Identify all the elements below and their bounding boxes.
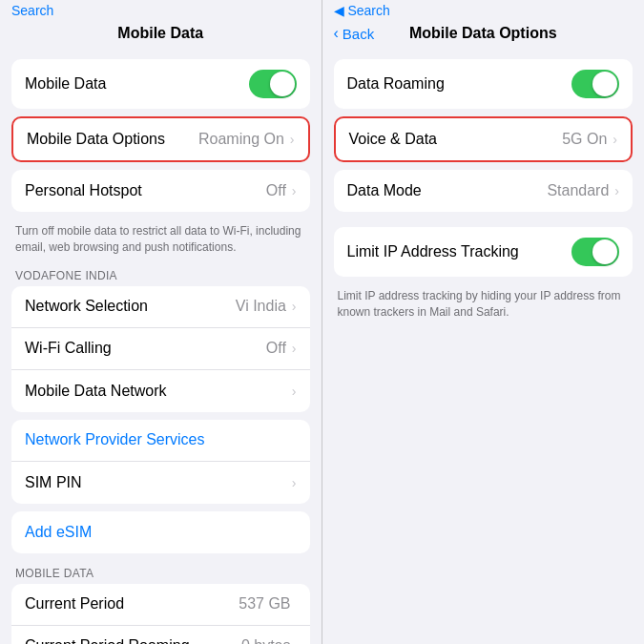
network-selection-row[interactable]: Network Selection Vi India › xyxy=(11,286,310,328)
network-selection-value: Vi India xyxy=(236,298,286,315)
left-status-bar: Search xyxy=(0,0,322,21)
limit-ip-label: Limit IP Address Tracking xyxy=(347,243,572,260)
mobile-data-description: Turn off mobile data to restrict all dat… xyxy=(0,219,322,263)
data-mode-value: Standard xyxy=(547,182,609,199)
data-roaming-label: Data Roaming xyxy=(347,75,572,93)
network-provider-row[interactable]: Network Provider Services xyxy=(11,420,310,462)
data-mode-row[interactable]: Data Mode Standard › xyxy=(334,170,634,212)
current-period-roaming-row: Current Period Roaming 0 bytes xyxy=(11,626,310,644)
mobile-data-network-row[interactable]: Mobile Data Network › xyxy=(11,370,310,412)
wifi-calling-chevron: › xyxy=(292,341,297,356)
voice-data-group: Voice & Data 5G On › xyxy=(334,116,634,162)
left-nav-bar: Mobile Data xyxy=(0,21,322,48)
data-mode-group: Data Mode Standard › xyxy=(334,170,634,212)
right-status-bar: ◀ Search xyxy=(322,0,645,21)
data-roaming-toggle-knob xyxy=(592,72,617,96)
data-roaming-toggle[interactable] xyxy=(571,70,619,98)
limit-ip-description: Limit IP address tracking by hiding your… xyxy=(322,284,645,328)
mobile-data-toggle-knob xyxy=(270,72,295,96)
wifi-calling-value: Off xyxy=(266,340,286,357)
mobile-data-section-header: MOBILE DATA xyxy=(0,561,322,584)
wifi-calling-row[interactable]: Wi-Fi Calling Off › xyxy=(11,328,310,370)
mobile-data-options-group: Mobile Data Options Roaming On › xyxy=(11,116,310,162)
limit-ip-toggle[interactable] xyxy=(571,238,619,266)
limit-ip-group: Limit IP Address Tracking xyxy=(334,227,634,277)
personal-hotspot-row[interactable]: Personal Hotspot Off › xyxy=(11,170,310,212)
mobile-data-options-label: Mobile Data Options xyxy=(27,131,198,148)
mobile-data-options-row[interactable]: Mobile Data Options Roaming On › xyxy=(13,118,308,160)
mobile-data-options-chevron: › xyxy=(290,132,295,147)
personal-hotspot-value: Off xyxy=(266,182,286,199)
voice-data-row[interactable]: Voice & Data 5G On › xyxy=(336,118,632,160)
limit-ip-toggle-knob xyxy=(592,239,617,264)
limit-ip-row[interactable]: Limit IP Address Tracking xyxy=(334,227,634,277)
voice-data-value: 5G On xyxy=(562,131,607,148)
current-period-roaming-label: Current Period Roaming xyxy=(25,637,241,644)
network-provider-group: Network Provider Services SIM PIN › xyxy=(11,420,310,504)
add-esim-group: Add eSIM xyxy=(11,511,310,553)
current-period-roaming-value: 0 bytes xyxy=(241,637,291,644)
mobile-data-label: Mobile Data xyxy=(25,75,249,93)
personal-hotspot-group: Personal Hotspot Off › xyxy=(11,170,310,212)
add-esim-label[interactable]: Add eSIM xyxy=(25,524,297,541)
current-period-label: Current Period xyxy=(25,595,239,613)
left-nav-title: Mobile Data xyxy=(117,25,203,42)
data-mode-chevron: › xyxy=(614,183,619,198)
sim-pin-row[interactable]: SIM PIN › xyxy=(11,462,310,504)
right-nav-back[interactable]: ‹ Back xyxy=(334,25,375,42)
network-selection-chevron: › xyxy=(292,299,297,314)
right-content: Data Roaming Voice & Data 5G On › Data M… xyxy=(322,48,645,644)
left-panel: Search Mobile Data Mobile Data Mobile Da… xyxy=(0,0,322,644)
right-panel: ◀ Search ‹ Back Mobile Data Options Data… xyxy=(322,0,645,644)
right-back-label[interactable]: ◀ Search xyxy=(334,3,390,18)
mobile-data-row[interactable]: Mobile Data xyxy=(11,59,310,109)
back-search-label[interactable]: Search xyxy=(11,3,53,18)
current-period-value: 537 GB xyxy=(239,595,290,613)
network-provider-label[interactable]: Network Provider Services xyxy=(25,431,297,448)
mobile-data-options-value: Roaming On xyxy=(198,131,284,148)
right-back-text[interactable]: Back xyxy=(343,26,374,42)
data-roaming-group: Data Roaming xyxy=(334,59,634,109)
data-usage-group: Current Period 537 GB Current Period Roa… xyxy=(11,584,310,644)
back-chevron-icon: ‹ xyxy=(334,25,339,42)
vodafone-header: VODAFONE INDIA xyxy=(0,263,322,286)
right-nav-bar: ‹ Back Mobile Data Options xyxy=(322,21,645,48)
mobile-data-network-label: Mobile Data Network xyxy=(25,383,292,400)
left-content: Mobile Data Mobile Data Options Roaming … xyxy=(0,48,322,644)
data-mode-label: Data Mode xyxy=(347,182,548,199)
mobile-data-group: Mobile Data xyxy=(11,59,310,109)
personal-hotspot-label: Personal Hotspot xyxy=(25,182,266,199)
sim-pin-chevron: › xyxy=(292,475,297,490)
sim-pin-label: SIM PIN xyxy=(25,474,292,491)
mobile-data-toggle[interactable] xyxy=(249,70,297,98)
mobile-data-network-chevron: › xyxy=(292,384,297,399)
current-period-row: Current Period 537 GB xyxy=(11,584,310,626)
wifi-calling-label: Wi-Fi Calling xyxy=(25,340,266,357)
data-roaming-row[interactable]: Data Roaming xyxy=(334,59,634,109)
vodafone-group: Network Selection Vi India › Wi-Fi Calli… xyxy=(11,286,310,412)
voice-data-label: Voice & Data xyxy=(349,131,563,148)
right-nav-title: Mobile Data Options xyxy=(409,25,557,42)
voice-data-chevron: › xyxy=(613,132,617,147)
personal-hotspot-chevron: › xyxy=(292,183,297,198)
network-selection-label: Network Selection xyxy=(25,298,236,315)
add-esim-row[interactable]: Add eSIM xyxy=(11,511,310,553)
